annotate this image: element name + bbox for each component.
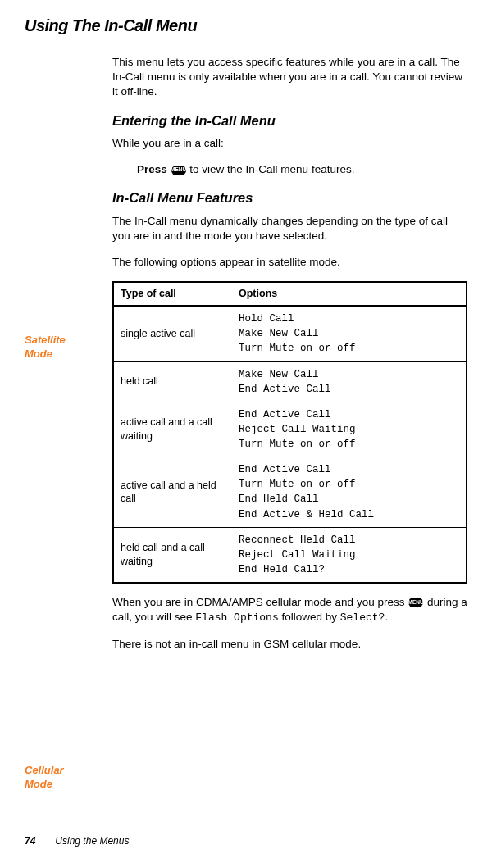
cell-options: End Active Call Turn Mute on or off End … [232, 457, 467, 528]
sidebar-heading-cellular: Cellular Mode [25, 764, 92, 792]
option-line: Turn Mute on or off [239, 477, 459, 492]
option-line: End Active Call [239, 462, 459, 477]
satellite-options-table: Type of call Options single active call … [112, 281, 467, 584]
table-row: single active call Hold Call Make New Ca… [113, 306, 467, 361]
option-line: Reject Call Waiting [239, 422, 459, 437]
option-line: Reconnect Held Call [239, 533, 459, 548]
cellular-followed: followed by [279, 611, 340, 623]
option-line: End Held Call? [239, 562, 459, 577]
option-line: End Held Call [239, 492, 459, 507]
cell-options: Hold Call Make New Call Turn Mute on or … [232, 306, 467, 361]
press-rest: to view the In-Call menu features. [187, 163, 355, 175]
page-footer: 74 Using the Menus [25, 835, 129, 847]
gsm-note: There is not an in-call menu in GSM cell… [112, 637, 467, 652]
intro-paragraph: This menu lets you access specific featu… [112, 55, 467, 100]
table-row: active call and a call waiting End Activ… [113, 402, 467, 457]
table-header-row: Type of call Options [113, 282, 467, 306]
press-line: Press MENU to view the In-Call menu feat… [137, 162, 467, 177]
main-content: This menu lets you access specific featu… [112, 55, 467, 792]
header-type: Type of call [113, 282, 232, 306]
option-line: End Active & Held Call [239, 507, 459, 522]
option-line: Make New Call [239, 326, 459, 341]
lcd-flash-options: Flash Options [195, 611, 278, 624]
cell-options: Make New Call End Active Call [232, 361, 467, 402]
features-intro: The In-Call menu dynamically changes dep… [112, 214, 467, 243]
cellular-prefix: When you are in CDMA/AMPS cellular mode … [112, 596, 408, 608]
entering-heading: Entering the In-Call Menu [112, 111, 467, 130]
table-row: held call Make New Call End Active Call [113, 361, 467, 402]
page-number: 74 [25, 835, 35, 847]
footer-text: Using the Menus [55, 835, 129, 847]
option-line: Hold Call [239, 311, 459, 326]
content-wrapper: Satellite Mode Cellular Mode This menu l… [25, 55, 467, 792]
menu-icon: MENU [171, 166, 186, 175]
option-line: End Active Call [239, 407, 459, 422]
features-heading: In-Call Menu Features [112, 189, 467, 207]
sidebar-heading-satellite: Satellite Mode [25, 334, 92, 361]
cell-type: active call and a call waiting [113, 402, 232, 457]
option-line: End Active Call [239, 382, 459, 397]
cell-type: held call and a call waiting [113, 527, 232, 583]
cell-type: single active call [113, 306, 232, 361]
cell-type: held call [113, 361, 232, 402]
satellite-intro: The following options appear in satellit… [112, 255, 467, 270]
menu-icon: MENU [408, 598, 423, 607]
lcd-select: Select? [340, 611, 385, 624]
header-options: Options [232, 282, 467, 306]
cell-options: End Active Call Reject Call Waiting Turn… [232, 402, 467, 457]
table-row: held call and a call waiting Reconnect H… [113, 527, 467, 583]
sidebar: Satellite Mode Cellular Mode [25, 55, 102, 792]
option-line: Make New Call [239, 367, 459, 382]
cell-type: active call and a held call [113, 457, 232, 528]
press-bold: Press [137, 163, 167, 175]
cellular-intro: When you are in CDMA/AMPS cellular mode … [112, 595, 467, 625]
cell-options: Reconnect Held Call Reject Call Waiting … [232, 527, 467, 583]
option-line: Turn Mute on or off [239, 341, 459, 356]
table-row: active call and a held call End Active C… [113, 457, 467, 528]
page-title: Using The In-Call Menu [25, 16, 467, 35]
while-text: While you are in a call: [112, 136, 467, 151]
option-line: Reject Call Waiting [239, 548, 459, 562]
option-line: Turn Mute on or off [239, 437, 459, 452]
